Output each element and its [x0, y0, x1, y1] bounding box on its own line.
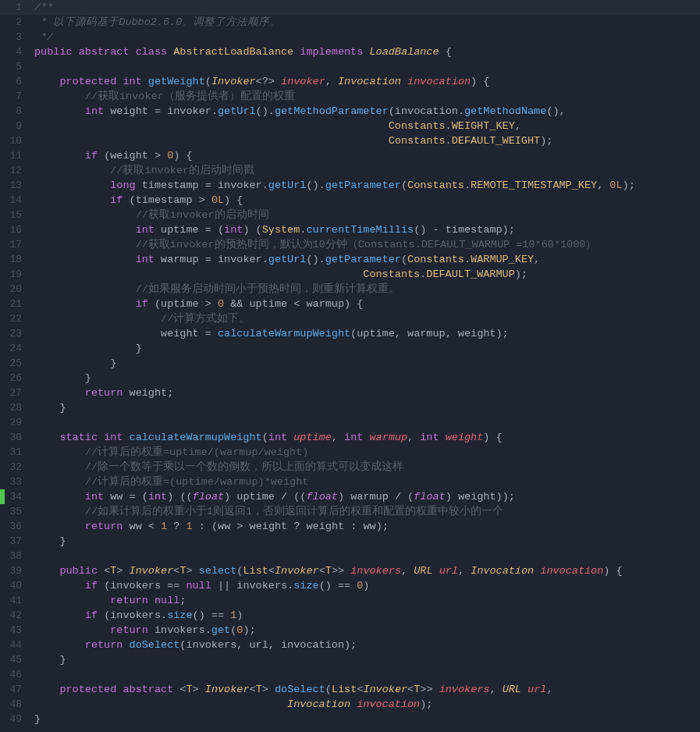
code-line: 4 public abstract class AbstractLoadBala… — [0, 44, 700, 59]
code-line: 23 weight = calculateWarmupWeight(uptime… — [0, 326, 700, 341]
code-line: 37 } — [0, 534, 700, 549]
code-line: 5 — [0, 59, 700, 74]
code-line: 42 if (invokers.size() == 1) — [0, 608, 700, 623]
code-line: 49 } — [0, 712, 700, 727]
code-editor: 1 /** 2 * 以下源码基于Dubbo2.6.0。调整了方法顺序。 3 */… — [0, 0, 700, 727]
code-line: 27 return weight; — [0, 386, 700, 400]
code-line: 16 int uptime = (int) (System.currentTim… — [0, 222, 700, 237]
code-line: 9 Constants.WEIGHT_KEY, — [0, 119, 700, 133]
code-line: 6 protected int getWeight(Invoker<?> inv… — [0, 74, 700, 89]
code-line: 25 } — [0, 356, 700, 371]
code-line: 19 Constants.DEFAULT_WARMUP); — [0, 267, 700, 282]
code-line: 21 if (uptime > 0 && uptime < warmup) { — [0, 297, 700, 311]
code-line: 13 long timestamp = invoker.getUrl().get… — [0, 178, 700, 193]
code-line: 47 protected abstract <T> Invoker<T> doS… — [0, 682, 700, 697]
code-line: 26 } — [0, 371, 700, 386]
code-line: 8 int weight = invoker.getUrl().getMetho… — [0, 104, 700, 119]
code-line: 40 if (invokers == null || invokers.size… — [0, 578, 700, 593]
code-line: 18 int warmup = invoker.getUrl().getPara… — [0, 252, 700, 267]
code-line: 17 //获取invoker的预热时间，默认为10分钟（Constants.DE… — [0, 237, 700, 252]
code-line: 44 return doSelect(invokers, url, invoca… — [0, 638, 700, 652]
code-line: 39 public <T> Invoker<T> select(List<Inv… — [0, 563, 700, 578]
code-line: 48 Invocation invocation); — [0, 697, 700, 712]
code-line: 33 //计算后的权重=(uptime/warmup)*weight — [0, 474, 700, 489]
code-line: 7 //获取invoker（服务提供者）配置的权重 — [0, 89, 700, 104]
code-line: 41 return null; — [0, 593, 700, 608]
code-line: 31 //计算后的权重=uptime/(warmup/weight) — [0, 445, 700, 460]
code-line: 35 //如果计算后的权重小于1则返回1，否则返回计算后的权重和配置的权重中较小… — [0, 504, 700, 519]
code-line: 15 //获取invoker的启动时间 — [0, 208, 700, 222]
code-line-highlighted: 34 int ww = (int) ((float) uptime / ((fl… — [0, 489, 700, 504]
code-line: 30 static int calculateWarmupWeight(int … — [0, 430, 700, 445]
code-line: 43 return invokers.get(0); — [0, 623, 700, 638]
code-line: 2 * 以下源码基于Dubbo2.6.0。调整了方法顺序。 — [0, 15, 700, 30]
code-line: 28 } — [0, 400, 700, 415]
code-line: 14 if (timestamp > 0L) { — [0, 193, 700, 208]
code-line: 46 — [0, 667, 700, 682]
code-line: 10 Constants.DEFAULT_WEIGHT); — [0, 133, 700, 148]
code-line: 1 /** — [0, 0, 700, 15]
code-line: 45 } — [0, 652, 700, 667]
code-line: 12 //获取invoker的启动时间戳 — [0, 163, 700, 178]
code-line: 20 //如果服务启动时间小于预热时间，则重新计算权重。 — [0, 282, 700, 297]
code-line: 38 — [0, 549, 700, 563]
code-line: 24 } — [0, 341, 700, 356]
code-line: 32 //除一个数等于乘以一个数的倒数，所以上面的算式可以变成这样 — [0, 460, 700, 474]
code-line: 11 if (weight > 0) { — [0, 148, 700, 163]
code-line: 36 return ww < 1 ? 1 : (ww > weight ? we… — [0, 519, 700, 534]
code-line: 29 — [0, 415, 700, 430]
code-line: 22 //计算方式如下。 — [0, 311, 700, 326]
code-line: 3 */ — [0, 30, 700, 44]
